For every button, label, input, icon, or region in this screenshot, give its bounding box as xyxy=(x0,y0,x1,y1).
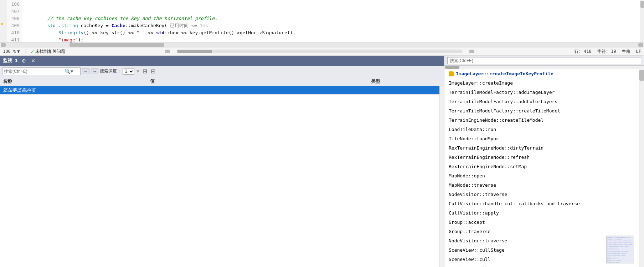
watch-col-name-header: 名称 xyxy=(0,77,147,86)
watch-title-text: 监视 1 xyxy=(3,57,18,64)
watch-panel: 监视 1 ⊕ ✕ 🔍 ▼ ← → 搜索深度： 3 1 2 4 5 ▼ ⊞ ⊟ xyxy=(0,56,444,267)
editor-hscrollbar-track[interactable] xyxy=(6,43,638,47)
editor-hscrollbar-thumb[interactable] xyxy=(69,43,164,47)
editor-hscrollbar[interactable] xyxy=(0,43,644,47)
watch-depth-label: 搜索深度： xyxy=(100,68,121,74)
status-encoding: LF xyxy=(636,49,641,54)
code-line-408: std::string cacheKey = Cache::makeCacheK… xyxy=(25,23,208,28)
line-num-411: 411 xyxy=(7,36,20,43)
hscroll-right-btn[interactable] xyxy=(469,50,474,53)
callstack-item-13[interactable]: NodeVisitor::traverse xyxy=(444,190,639,199)
line-num-409: 409 xyxy=(7,22,20,29)
status-divider1: | xyxy=(24,49,26,54)
line-numbers: 106 407 408 409 410 411 xyxy=(7,0,22,42)
zoom-control[interactable]: 100 % ▼ xyxy=(3,49,20,54)
callstack-item-8[interactable]: RexTerrainEngineNode::dirtyTerrain xyxy=(444,143,639,153)
callstack-item-21[interactable]: Renderer::cull xyxy=(444,264,639,267)
callstack-item-15[interactable]: CullVisitor::apply xyxy=(444,208,639,218)
line-num-408: 408 xyxy=(7,15,20,22)
code-line-410: "image"); xyxy=(25,37,83,42)
watch-toolbar: 🔍 ▼ ← → 搜索深度： 3 1 2 4 5 ▼ ⊞ ⊟ xyxy=(0,66,444,77)
code-line-407: // the cache key combines the Key and th… xyxy=(25,16,217,21)
editor-hscrollbar-left[interactable] xyxy=(1,43,6,47)
watch-search-dropdown[interactable]: ▼ xyxy=(71,69,73,74)
status-message: 未找到相关问题 xyxy=(35,49,65,55)
minimap-content: ImageLayer::createImageInKeyProfile Imag… xyxy=(607,236,634,263)
callstack-item-6[interactable]: LoadTileData::run xyxy=(444,125,639,134)
watch-title-bar: 监视 1 ⊕ ✕ xyxy=(0,56,444,66)
watch-row-0-type xyxy=(368,90,439,91)
callstack-item-0-text: ImageLayer::createImageInKeyProfile xyxy=(456,70,553,77)
watch-vscrollbar[interactable] xyxy=(439,86,444,267)
status-line: 行: 418 xyxy=(575,49,592,55)
callstack-item-2[interactable]: TerrainTileModelFactory::addImageLayer xyxy=(444,88,639,97)
callstack-icon-yellow-0 xyxy=(449,71,454,76)
status-col: 字符: 19 xyxy=(597,49,616,55)
callstack-item-14[interactable]: CullVisitor::handle_cull_callbacks_and_t… xyxy=(444,199,639,208)
callstack-top-scrollbar[interactable] xyxy=(444,66,644,69)
editor-vscrollbar[interactable] xyxy=(640,0,644,42)
status-bar: 100 % ▼ | ✓ 未找到相关问题 行: 418 字符: 19 空格 LF xyxy=(0,47,644,56)
callstack-item-5[interactable]: TerrainEngineNode::createTileModel xyxy=(444,116,639,125)
callstack-minimap: ImageLayer::createImageInKeyProfile Imag… xyxy=(606,236,634,263)
callstack-item-7[interactable]: TileNode::loadSync xyxy=(444,134,639,143)
watch-close-button[interactable]: ✕ xyxy=(30,58,36,64)
lower-section: 监视 1 ⊕ ✕ 🔍 ▼ ← → 搜索深度： 3 1 2 4 5 ▼ ⊞ ⊟ xyxy=(0,56,644,267)
watch-depth-select[interactable]: 3 1 2 4 5 xyxy=(123,68,134,75)
callstack-item-11[interactable]: MapNode::open xyxy=(444,171,639,181)
callstack-top-scrollbar-thumb[interactable] xyxy=(445,66,459,69)
arrow-indicator: ➤ xyxy=(1,21,4,27)
status-check-icon: ✓ xyxy=(31,49,34,54)
watch-search-input[interactable] xyxy=(4,69,65,74)
status-scrollbar-area[interactable] xyxy=(67,50,573,53)
callstack-item-17[interactable]: Group::traverse xyxy=(444,227,639,236)
callstack-item-4[interactable]: TerrainTileModelFactory::createTileModel xyxy=(444,106,639,116)
callstack-inner: ImageLayer::createImageInKeyProfile Imag… xyxy=(444,69,644,267)
zoom-value: 100 % xyxy=(3,49,16,54)
status-right: 行: 418 字符: 19 空格 LF xyxy=(575,49,641,55)
hscroll-track[interactable] xyxy=(177,50,462,53)
code-content[interactable]: // the cache key combines the Key and th… xyxy=(22,0,640,42)
watch-row-0[interactable]: 添加要监视的项 xyxy=(0,86,439,95)
editor-hscrollbar-right[interactable] xyxy=(638,43,643,47)
watch-col-scroll-spacer xyxy=(439,77,444,86)
line-num-410: 410 xyxy=(7,29,20,36)
watch-row-0-value xyxy=(147,90,368,91)
callstack-vscrollbar[interactable] xyxy=(639,69,644,267)
watch-nav-fwd-button[interactable]: → xyxy=(91,69,98,74)
code-line-409: Stringify() << key.str() << "-" << std::… xyxy=(25,30,295,35)
callstack-panel: ImageLayer::createImageInKeyProfile Imag… xyxy=(444,56,644,267)
callstack-search-input[interactable] xyxy=(447,57,641,64)
watch-table-body[interactable]: 添加要监视的项 xyxy=(0,86,439,267)
watch-toolbar-divider: ▼ xyxy=(136,69,139,74)
callstack-search-bar xyxy=(444,56,644,66)
editor-vscrollbar-thumb[interactable] xyxy=(640,1,644,8)
watch-row-0-name: 添加要监视的项 xyxy=(0,86,147,94)
watch-search-icon: 🔍 xyxy=(65,69,71,74)
watch-table-header: 名称 值 类型 xyxy=(0,77,444,86)
status-space: 空格 xyxy=(622,49,630,55)
breakpoint-column: ➤ xyxy=(0,0,7,42)
callstack-item-3[interactable]: TerrainTileModelFactory::addColorLayers xyxy=(444,97,639,106)
watch-icon2-button[interactable]: ⊟ xyxy=(150,68,156,75)
watch-pin-button[interactable]: ⊕ xyxy=(21,58,27,64)
watch-search-box[interactable]: 🔍 ▼ xyxy=(2,67,81,75)
hscroll-thumb[interactable] xyxy=(177,50,212,53)
callstack-vscrollbar-thumb[interactable] xyxy=(639,70,644,81)
callstack-item-0[interactable]: ImageLayer::createImageInKeyProfile xyxy=(444,69,639,79)
watch-nav-back-button[interactable]: ← xyxy=(82,69,89,74)
watch-col-type-header: 类型 xyxy=(368,77,439,86)
callstack-item-10[interactable]: RexTerrainEngineNode::setMap xyxy=(444,162,639,171)
zoom-dropdown-icon[interactable]: ▼ xyxy=(17,49,20,54)
editor-area: ➤ 106 407 408 409 410 411 // the cache k… xyxy=(0,0,644,43)
watch-col-value-header: 值 xyxy=(147,77,368,86)
line-num-407: 407 xyxy=(7,8,20,15)
hscroll-left-btn[interactable] xyxy=(165,50,170,53)
callstack-wrapper: ImageLayer::createImageInKeyProfile Imag… xyxy=(444,69,639,267)
callstack-item-1[interactable]: ImageLayer::createImage xyxy=(444,79,639,88)
callstack-item-9[interactable]: RexTerrainEngineNode::refresh xyxy=(444,153,639,162)
callstack-item-12[interactable]: MapNode::traverse xyxy=(444,181,639,190)
callstack-item-16[interactable]: Group::accept xyxy=(444,218,639,227)
watch-table-body-container: 添加要监视的项 xyxy=(0,86,444,267)
watch-icon1-button[interactable]: ⊞ xyxy=(141,68,148,75)
